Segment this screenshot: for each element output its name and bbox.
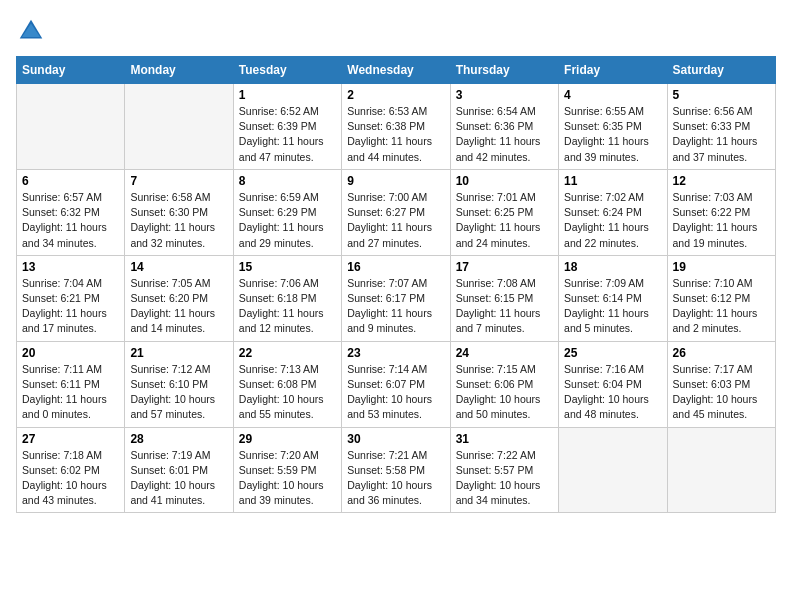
- day-cell: 22Sunrise: 7:13 AM Sunset: 6:08 PM Dayli…: [233, 341, 341, 427]
- day-number: 13: [22, 260, 119, 274]
- day-number: 15: [239, 260, 336, 274]
- day-info: Sunrise: 6:58 AM Sunset: 6:30 PM Dayligh…: [130, 190, 227, 251]
- day-number: 22: [239, 346, 336, 360]
- day-number: 4: [564, 88, 661, 102]
- day-number: 26: [673, 346, 770, 360]
- header-cell-saturday: Saturday: [667, 57, 775, 84]
- day-info: Sunrise: 7:05 AM Sunset: 6:20 PM Dayligh…: [130, 276, 227, 337]
- day-number: 27: [22, 432, 119, 446]
- day-info: Sunrise: 7:18 AM Sunset: 6:02 PM Dayligh…: [22, 448, 119, 509]
- day-info: Sunrise: 6:59 AM Sunset: 6:29 PM Dayligh…: [239, 190, 336, 251]
- header-cell-monday: Monday: [125, 57, 233, 84]
- day-number: 28: [130, 432, 227, 446]
- day-info: Sunrise: 7:21 AM Sunset: 5:58 PM Dayligh…: [347, 448, 444, 509]
- day-cell: 9Sunrise: 7:00 AM Sunset: 6:27 PM Daylig…: [342, 169, 450, 255]
- day-number: 30: [347, 432, 444, 446]
- day-info: Sunrise: 7:07 AM Sunset: 6:17 PM Dayligh…: [347, 276, 444, 337]
- day-info: Sunrise: 7:17 AM Sunset: 6:03 PM Dayligh…: [673, 362, 770, 423]
- day-number: 31: [456, 432, 553, 446]
- day-info: Sunrise: 7:06 AM Sunset: 6:18 PM Dayligh…: [239, 276, 336, 337]
- day-info: Sunrise: 7:03 AM Sunset: 6:22 PM Dayligh…: [673, 190, 770, 251]
- day-number: 29: [239, 432, 336, 446]
- day-number: 14: [130, 260, 227, 274]
- header-cell-sunday: Sunday: [17, 57, 125, 84]
- day-number: 3: [456, 88, 553, 102]
- day-number: 18: [564, 260, 661, 274]
- day-cell: 28Sunrise: 7:19 AM Sunset: 6:01 PM Dayli…: [125, 427, 233, 513]
- day-info: Sunrise: 6:56 AM Sunset: 6:33 PM Dayligh…: [673, 104, 770, 165]
- day-number: 16: [347, 260, 444, 274]
- day-cell: 31Sunrise: 7:22 AM Sunset: 5:57 PM Dayli…: [450, 427, 558, 513]
- day-cell: [667, 427, 775, 513]
- day-cell: 29Sunrise: 7:20 AM Sunset: 5:59 PM Dayli…: [233, 427, 341, 513]
- day-number: 10: [456, 174, 553, 188]
- day-info: Sunrise: 6:53 AM Sunset: 6:38 PM Dayligh…: [347, 104, 444, 165]
- day-number: 2: [347, 88, 444, 102]
- day-number: 23: [347, 346, 444, 360]
- day-cell: [559, 427, 667, 513]
- week-row-3: 13Sunrise: 7:04 AM Sunset: 6:21 PM Dayli…: [17, 255, 776, 341]
- header-cell-friday: Friday: [559, 57, 667, 84]
- day-cell: 1Sunrise: 6:52 AM Sunset: 6:39 PM Daylig…: [233, 84, 341, 170]
- day-info: Sunrise: 6:57 AM Sunset: 6:32 PM Dayligh…: [22, 190, 119, 251]
- logo-icon: [16, 16, 46, 46]
- day-cell: 30Sunrise: 7:21 AM Sunset: 5:58 PM Dayli…: [342, 427, 450, 513]
- calendar-table: SundayMondayTuesdayWednesdayThursdayFrid…: [16, 56, 776, 513]
- day-cell: 19Sunrise: 7:10 AM Sunset: 6:12 PM Dayli…: [667, 255, 775, 341]
- header-cell-thursday: Thursday: [450, 57, 558, 84]
- day-cell: 5Sunrise: 6:56 AM Sunset: 6:33 PM Daylig…: [667, 84, 775, 170]
- day-info: Sunrise: 7:14 AM Sunset: 6:07 PM Dayligh…: [347, 362, 444, 423]
- day-number: 5: [673, 88, 770, 102]
- day-number: 8: [239, 174, 336, 188]
- day-info: Sunrise: 7:09 AM Sunset: 6:14 PM Dayligh…: [564, 276, 661, 337]
- week-row-5: 27Sunrise: 7:18 AM Sunset: 6:02 PM Dayli…: [17, 427, 776, 513]
- day-number: 6: [22, 174, 119, 188]
- week-row-4: 20Sunrise: 7:11 AM Sunset: 6:11 PM Dayli…: [17, 341, 776, 427]
- day-info: Sunrise: 7:16 AM Sunset: 6:04 PM Dayligh…: [564, 362, 661, 423]
- day-cell: 14Sunrise: 7:05 AM Sunset: 6:20 PM Dayli…: [125, 255, 233, 341]
- day-cell: 2Sunrise: 6:53 AM Sunset: 6:38 PM Daylig…: [342, 84, 450, 170]
- day-info: Sunrise: 7:20 AM Sunset: 5:59 PM Dayligh…: [239, 448, 336, 509]
- day-number: 17: [456, 260, 553, 274]
- day-number: 19: [673, 260, 770, 274]
- day-number: 24: [456, 346, 553, 360]
- day-info: Sunrise: 7:15 AM Sunset: 6:06 PM Dayligh…: [456, 362, 553, 423]
- day-number: 25: [564, 346, 661, 360]
- header-row: SundayMondayTuesdayWednesdayThursdayFrid…: [17, 57, 776, 84]
- day-cell: 10Sunrise: 7:01 AM Sunset: 6:25 PM Dayli…: [450, 169, 558, 255]
- day-cell: 4Sunrise: 6:55 AM Sunset: 6:35 PM Daylig…: [559, 84, 667, 170]
- week-row-1: 1Sunrise: 6:52 AM Sunset: 6:39 PM Daylig…: [17, 84, 776, 170]
- day-cell: [17, 84, 125, 170]
- day-cell: 3Sunrise: 6:54 AM Sunset: 6:36 PM Daylig…: [450, 84, 558, 170]
- day-number: 11: [564, 174, 661, 188]
- day-info: Sunrise: 7:08 AM Sunset: 6:15 PM Dayligh…: [456, 276, 553, 337]
- page-header: [16, 16, 776, 46]
- day-cell: 6Sunrise: 6:57 AM Sunset: 6:32 PM Daylig…: [17, 169, 125, 255]
- day-number: 12: [673, 174, 770, 188]
- day-info: Sunrise: 7:19 AM Sunset: 6:01 PM Dayligh…: [130, 448, 227, 509]
- day-cell: 27Sunrise: 7:18 AM Sunset: 6:02 PM Dayli…: [17, 427, 125, 513]
- day-cell: 21Sunrise: 7:12 AM Sunset: 6:10 PM Dayli…: [125, 341, 233, 427]
- day-cell: 26Sunrise: 7:17 AM Sunset: 6:03 PM Dayli…: [667, 341, 775, 427]
- day-info: Sunrise: 7:13 AM Sunset: 6:08 PM Dayligh…: [239, 362, 336, 423]
- day-cell: 25Sunrise: 7:16 AM Sunset: 6:04 PM Dayli…: [559, 341, 667, 427]
- day-info: Sunrise: 7:10 AM Sunset: 6:12 PM Dayligh…: [673, 276, 770, 337]
- day-cell: 7Sunrise: 6:58 AM Sunset: 6:30 PM Daylig…: [125, 169, 233, 255]
- day-info: Sunrise: 7:01 AM Sunset: 6:25 PM Dayligh…: [456, 190, 553, 251]
- day-cell: 16Sunrise: 7:07 AM Sunset: 6:17 PM Dayli…: [342, 255, 450, 341]
- day-cell: 23Sunrise: 7:14 AM Sunset: 6:07 PM Dayli…: [342, 341, 450, 427]
- day-info: Sunrise: 6:55 AM Sunset: 6:35 PM Dayligh…: [564, 104, 661, 165]
- day-info: Sunrise: 7:04 AM Sunset: 6:21 PM Dayligh…: [22, 276, 119, 337]
- day-info: Sunrise: 6:52 AM Sunset: 6:39 PM Dayligh…: [239, 104, 336, 165]
- day-cell: 11Sunrise: 7:02 AM Sunset: 6:24 PM Dayli…: [559, 169, 667, 255]
- header-cell-tuesday: Tuesday: [233, 57, 341, 84]
- day-number: 20: [22, 346, 119, 360]
- day-cell: 8Sunrise: 6:59 AM Sunset: 6:29 PM Daylig…: [233, 169, 341, 255]
- day-info: Sunrise: 7:22 AM Sunset: 5:57 PM Dayligh…: [456, 448, 553, 509]
- day-cell: 24Sunrise: 7:15 AM Sunset: 6:06 PM Dayli…: [450, 341, 558, 427]
- day-number: 21: [130, 346, 227, 360]
- day-cell: 20Sunrise: 7:11 AM Sunset: 6:11 PM Dayli…: [17, 341, 125, 427]
- day-info: Sunrise: 7:00 AM Sunset: 6:27 PM Dayligh…: [347, 190, 444, 251]
- day-number: 9: [347, 174, 444, 188]
- day-info: Sunrise: 7:02 AM Sunset: 6:24 PM Dayligh…: [564, 190, 661, 251]
